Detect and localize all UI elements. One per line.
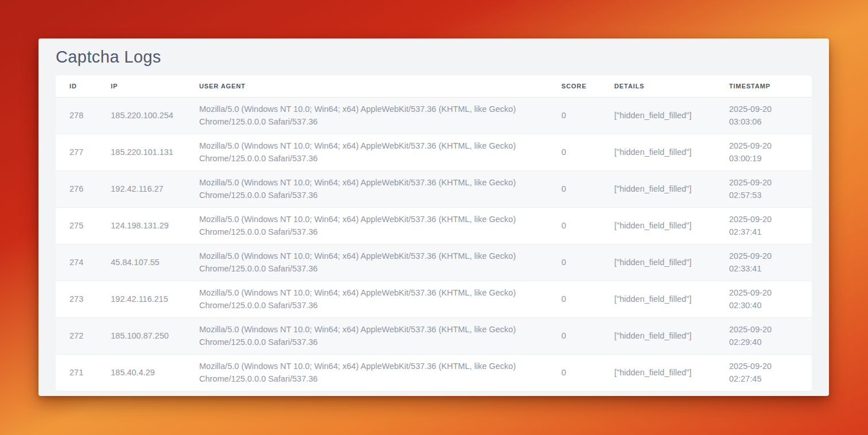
cell-score: 0 [548, 354, 600, 391]
cell-ip: 124.198.131.29 [97, 207, 185, 244]
cell-timestamp: 2025-09-20 03:03:06 [715, 97, 812, 134]
table-row: 277 185.220.101.131 Mozilla/5.0 (Windows… [56, 134, 812, 170]
column-header-id: ID [56, 75, 97, 97]
table-row: 274 45.84.107.55 Mozilla/5.0 (Windows NT… [56, 244, 812, 281]
table-row: 273 192.42.116.215 Mozilla/5.0 (Windows … [56, 281, 812, 317]
cell-timestamp: 2025-09-20 03:00:19 [715, 134, 812, 170]
cell-timestamp: 2025-09-20 02:57:53 [715, 170, 812, 207]
cell-score: 0 [548, 317, 600, 354]
cell-id: 273 [56, 281, 97, 317]
cell-timestamp: 2025-09-20 02:30:40 [715, 281, 812, 317]
cell-ip: 192.42.116.215 [97, 281, 185, 317]
cell-ip: 185.220.101.131 [97, 134, 185, 170]
cell-score: 0 [548, 134, 600, 170]
cell-timestamp: 2025-09-20 02:37:41 [715, 207, 812, 244]
cell-ip: 185.100.87.250 [97, 317, 185, 354]
cell-id: 272 [56, 317, 97, 354]
cell-details: ["hidden_field_filled"] [600, 244, 715, 281]
cell-details: ["hidden_field_filled"] [600, 170, 715, 207]
table-header: ID IP USER AGENT SCORE DETAILS TIMESTAMP [56, 75, 812, 97]
cell-ip: 45.84.107.55 [97, 244, 185, 281]
cell-user-agent: Mozilla/5.0 (Windows NT 10.0; Win64; x64… [185, 244, 548, 281]
column-header-ip: IP [97, 75, 185, 97]
cell-details: ["hidden_field_filled"] [600, 134, 715, 170]
table-row: 272 185.100.87.250 Mozilla/5.0 (Windows … [56, 317, 812, 354]
cell-score: 0 [548, 207, 600, 244]
cell-score: 0 [548, 170, 600, 207]
cell-details: ["hidden_field_filled"] [600, 97, 715, 134]
captcha-logs-card: Captcha Logs ID IP USER AGENT SCORE DETA… [38, 38, 829, 396]
cell-ip: 185.220.100.254 [97, 97, 185, 134]
cell-score: 0 [548, 281, 600, 317]
cell-user-agent: Mozilla/5.0 (Windows NT 10.0; Win64; x64… [185, 281, 548, 317]
logs-table: ID IP USER AGENT SCORE DETAILS TIMESTAMP… [56, 75, 812, 391]
cell-id: 277 [56, 134, 97, 170]
cell-ip: 192.42.116.27 [97, 170, 185, 207]
cell-details: ["hidden_field_filled"] [600, 207, 715, 244]
cell-id: 278 [56, 97, 97, 134]
cell-user-agent: Mozilla/5.0 (Windows NT 10.0; Win64; x64… [185, 354, 548, 391]
cell-id: 275 [56, 207, 97, 244]
table-row: 276 192.42.116.27 Mozilla/5.0 (Windows N… [56, 170, 812, 207]
table-row: 275 124.198.131.29 Mozilla/5.0 (Windows … [56, 207, 812, 244]
cell-id: 271 [56, 354, 97, 391]
cell-ip: 185.40.4.29 [97, 354, 185, 391]
cell-timestamp: 2025-09-20 02:29:40 [715, 317, 812, 354]
cell-details: ["hidden_field_filled"] [600, 354, 715, 391]
table-row: 278 185.220.100.254 Mozilla/5.0 (Windows… [56, 97, 812, 134]
column-header-timestamp: TIMESTAMP [715, 75, 812, 97]
page-title: Captcha Logs [56, 47, 812, 67]
cell-details: ["hidden_field_filled"] [600, 281, 715, 317]
cell-score: 0 [548, 244, 600, 281]
cell-user-agent: Mozilla/5.0 (Windows NT 10.0; Win64; x64… [185, 317, 548, 354]
cell-id: 276 [56, 170, 97, 207]
cell-user-agent: Mozilla/5.0 (Windows NT 10.0; Win64; x64… [185, 134, 548, 170]
table-body: 278 185.220.100.254 Mozilla/5.0 (Windows… [56, 97, 812, 391]
cell-timestamp: 2025-09-20 02:27:45 [715, 354, 812, 391]
cell-score: 0 [548, 97, 600, 134]
column-header-user-agent: USER AGENT [185, 75, 548, 97]
cell-id: 274 [56, 244, 97, 281]
table-row: 271 185.40.4.29 Mozilla/5.0 (Windows NT … [56, 354, 812, 391]
column-header-score: SCORE [548, 75, 600, 97]
cell-details: ["hidden_field_filled"] [600, 317, 715, 354]
cell-user-agent: Mozilla/5.0 (Windows NT 10.0; Win64; x64… [185, 97, 548, 134]
cell-user-agent: Mozilla/5.0 (Windows NT 10.0; Win64; x64… [185, 170, 548, 207]
cell-user-agent: Mozilla/5.0 (Windows NT 10.0; Win64; x64… [185, 207, 548, 244]
column-header-details: DETAILS [600, 75, 715, 97]
cell-timestamp: 2025-09-20 02:33:41 [715, 244, 812, 281]
